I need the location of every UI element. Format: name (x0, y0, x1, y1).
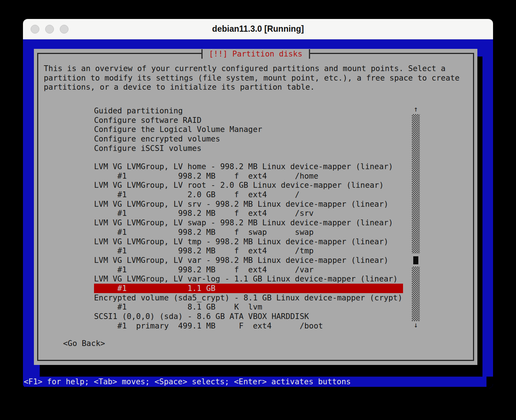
screenshot-stage: debian11.3.0 [Running] [!!] Partition di… (0, 0, 516, 420)
menu-item[interactable]: Configure encrypted volumes (94, 134, 403, 144)
partition-row[interactable]: #1 2.0 GB f ext4 / (94, 190, 403, 199)
traffic-lights (31, 19, 69, 39)
partition-row[interactable]: Encrypted volume (sda5_crypt) - 8.1 GB L… (94, 293, 403, 303)
menu-item[interactable]: Configure software RAID (94, 116, 403, 125)
scrollbar-track-upper[interactable] (412, 114, 420, 253)
help-bar: <F1> for help; <Tab> moves; <Space> sele… (23, 377, 486, 387)
partition-row[interactable]: LVM VG LVMGroup, LV var-log - 1.1 GB Lin… (94, 274, 403, 284)
go-back-button[interactable]: <Go Back> (63, 339, 105, 348)
partition-row[interactable]: LVM VG LVMGroup, LV home - 998.2 MB Linu… (94, 162, 403, 171)
close-button[interactable] (31, 25, 39, 34)
menu-item[interactable]: Configure iSCSI volumes (94, 144, 403, 153)
scroll-down-icon[interactable]: ↓ (412, 320, 420, 329)
menu-list: Guided partitioningConfigure software RA… (94, 106, 403, 153)
zoom-button[interactable] (60, 25, 69, 34)
partition-row[interactable]: #1 1.1 GB (94, 284, 403, 293)
menu-item[interactable]: Guided partitioning (94, 106, 403, 116)
partition-row[interactable]: #1 998.2 MB f ext4 /srv (94, 209, 403, 218)
window-titlebar[interactable]: debian11.3.0 [Running] (23, 19, 493, 39)
window-title: debian11.3.0 [Running] (23, 24, 493, 34)
screen-bottom-band (23, 387, 493, 388)
partition-row[interactable]: LVM VG LVMGroup, LV tmp - 998.2 MB Linux… (94, 237, 403, 246)
menu-item[interactable]: Configure the Logical Volume Manager (94, 125, 403, 134)
partition-row[interactable]: LVM VG LVMGroup, LV srv - 998.2 MB Linux… (94, 199, 403, 209)
dialog-title: [!!] Partition disks (201, 49, 310, 59)
partition-row[interactable]: LVM VG LVMGroup, LV var - 998.2 MB Linux… (94, 256, 403, 265)
partition-row[interactable]: #1 8.1 GB K lvm (94, 302, 403, 312)
scrollbar-track-lower[interactable] (412, 267, 420, 321)
vm-screen[interactable]: [!!] Partition disks This is an overview… (23, 39, 493, 388)
vm-window: debian11.3.0 [Running] [!!] Partition di… (23, 19, 493, 388)
partition-row[interactable]: LVM VG LVMGroup, LV swap - 998.2 MB Linu… (94, 218, 403, 228)
partition-row[interactable]: #1 998.2 MB f ext4 /var (94, 265, 403, 275)
partition-row[interactable]: SCSI1 (0,0,0) (sda) - 8.6 GB ATA VBOX HA… (94, 312, 403, 321)
help-bar-end-fill (486, 377, 493, 387)
partition-row[interactable]: #1 998.2 MB f swap swap (94, 228, 403, 237)
scrollbar-thumb[interactable] (413, 256, 418, 264)
partition-list: LVM VG LVMGroup, LV home - 998.2 MB Linu… (94, 162, 403, 330)
partition-row[interactable]: #1 998.2 MB f ext4 /home (94, 171, 403, 181)
partition-disks-dialog: [!!] Partition disks This is an overview… (34, 49, 477, 365)
scroll-up-icon[interactable]: ↑ (412, 105, 420, 113)
partition-row[interactable]: #1 998.2 MB f ext4 /tmp (94, 246, 403, 256)
partition-row[interactable]: #1 primary 499.1 MB F ext4 /boot (94, 321, 403, 331)
minimize-button[interactable] (45, 25, 54, 34)
partition-row[interactable]: LVM VG LVMGroup, LV root - 2.0 GB Linux … (94, 180, 403, 190)
dialog-intro-text: This is an overview of your currently co… (44, 64, 460, 92)
